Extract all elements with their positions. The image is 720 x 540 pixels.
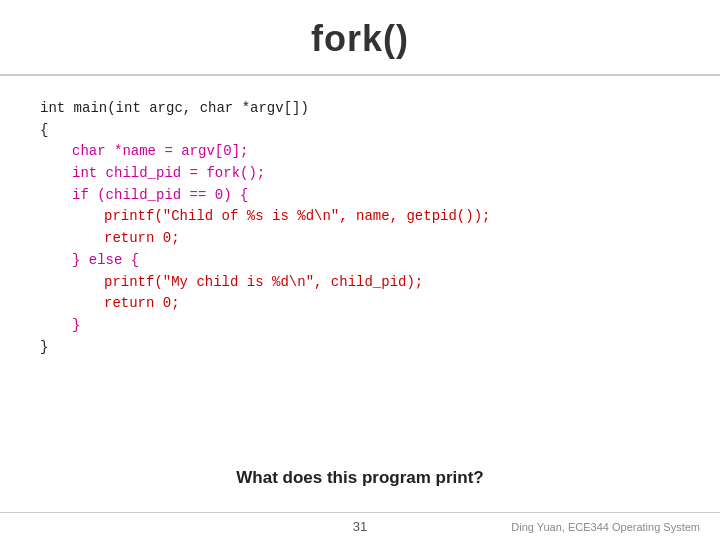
code-line-11: } <box>40 315 680 337</box>
code-line-12: } <box>40 337 680 359</box>
code-line-2: { <box>40 120 680 142</box>
slide-header: fork() <box>0 0 720 76</box>
question-text: What does this program print? <box>40 458 680 502</box>
code-line-6: printf("Child of %s is %d\n", name, getp… <box>40 206 680 228</box>
code-text: int main(int argc, char *argv[]) <box>40 100 309 116</box>
slide: fork() int main(int argc, char *argv[]) … <box>0 0 720 540</box>
code-line-8: } else { <box>40 250 680 272</box>
footer-credit: Ding Yuan, ECE344 Operating System <box>511 521 700 533</box>
code-block: int main(int argc, char *argv[]) { char … <box>40 98 680 458</box>
code-text: } <box>72 317 80 333</box>
code-line-9: printf("My child is %d\n", child_pid); <box>40 272 680 294</box>
code-text: if (child_pid == 0) { <box>72 187 248 203</box>
code-text: return 0; <box>104 230 180 246</box>
code-text: } else { <box>72 252 139 268</box>
code-text: { <box>40 122 48 138</box>
code-line-7: return 0; <box>40 228 680 250</box>
code-line-1: int main(int argc, char *argv[]) <box>40 98 680 120</box>
code-line-3: char *name = argv[0]; <box>40 141 680 163</box>
slide-footer: 31 Ding Yuan, ECE344 Operating System <box>0 512 720 540</box>
code-text: int child_pid = fork(); <box>72 165 265 181</box>
code-line-10: return 0; <box>40 293 680 315</box>
code-text: printf("Child of %s is %d\n", name, getp… <box>104 208 490 224</box>
code-text: char *name = argv[0]; <box>72 143 248 159</box>
code-text: return 0; <box>104 295 180 311</box>
code-line-4: int child_pid = fork(); <box>40 163 680 185</box>
code-line-5: if (child_pid == 0) { <box>40 185 680 207</box>
code-text: } <box>40 339 48 355</box>
code-text: printf("My child is %d\n", child_pid); <box>104 274 423 290</box>
slide-title: fork() <box>311 18 409 59</box>
content-area: int main(int argc, char *argv[]) { char … <box>0 76 720 512</box>
page-number: 31 <box>353 519 367 534</box>
